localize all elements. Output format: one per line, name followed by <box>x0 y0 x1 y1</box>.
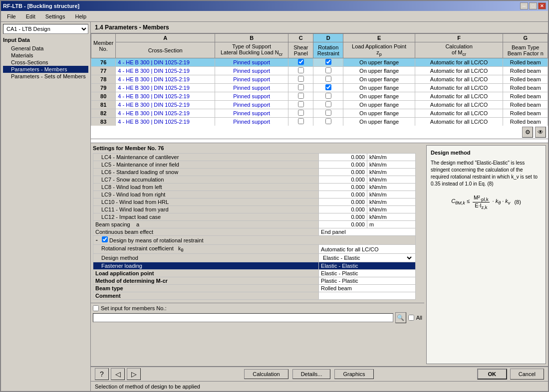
settings-lc-row: LC7 - Snow accumulation 0.000 kNm/m <box>93 176 416 184</box>
bottom-section: Settings for Member No. 76 LC4 - Mainten… <box>91 143 548 366</box>
sub-header-support: Type of SupportLateral Buckling Load Ncr <box>215 42 288 58</box>
design-method-text: The design method "Elastic-Elastic" is l… <box>431 160 542 188</box>
menu-settings[interactable]: Settings <box>41 12 69 20</box>
settings-scroll[interactable]: Settings for Member No. 76 LC4 - Mainten… <box>91 143 424 303</box>
sidebar-item-general-data[interactable]: General Data <box>3 45 88 52</box>
settings-lc-row: LC9 - Wind load from right 0.000 kNm/m <box>93 191 416 198</box>
sub-header-lap: Load Application Pointzp <box>343 42 415 58</box>
sidebar-item-parameters-sets[interactable]: Parameters - Sets of Members <box>3 73 88 80</box>
center-buttons: Calculation Details... Graphics <box>143 369 475 379</box>
table-icon-bar: ⚙ 👁 <box>91 126 548 139</box>
all-checkbox[interactable] <box>408 315 414 321</box>
col-d-header[interactable]: D <box>313 34 343 42</box>
footer-icon-3[interactable]: ▷ <box>127 368 141 380</box>
design-method-formula: CθM,k ≤ M²·pl,k E·Iz,k · kθ · kv (8) <box>431 194 542 210</box>
table-settings-icon[interactable]: ⚙ <box>522 127 533 138</box>
footer-icon-2[interactable]: ◁ <box>111 368 125 380</box>
col-f-header[interactable]: F <box>415 34 503 42</box>
table-row[interactable]: 82 4 - HE B 300 | DIN 1025-2:19 Pinned s… <box>91 109 548 118</box>
beam-type-row: Beam type Rolled beam <box>93 285 416 292</box>
method-mcr-row: Method of determining M-cr Plastic - Pla… <box>93 277 416 285</box>
design-method-select[interactable]: Elastic - Elastic Elastic - Plastic Plas… <box>321 254 413 261</box>
settings-lc-row: LC4 - Maintenance of cantilever 0.000 kN… <box>93 154 416 161</box>
table-view-icon[interactable]: 👁 <box>535 127 546 138</box>
graphics-button[interactable]: Graphics <box>334 369 373 379</box>
table-row[interactable]: 79 4 - HE B 300 | DIN 1025-2:19 Pinned s… <box>91 84 548 92</box>
design-method-panel: Design method The design method "Elastic… <box>426 145 546 364</box>
table-row[interactable]: 80 4 - HE B 300 | DIN 1025-2:19 Pinned s… <box>91 92 548 101</box>
col-member-no-header: MemberNo. <box>91 34 116 58</box>
col-c-header[interactable]: C <box>288 34 313 42</box>
table-row[interactable]: 76 4 - HE B 300 | DIN 1025-2:19 Pinned s… <box>91 58 548 67</box>
member-filter-icon[interactable]: 🔍 <box>395 312 406 323</box>
menu-edit[interactable]: Edit <box>22 12 39 20</box>
calculation-button[interactable]: Calculation <box>244 369 288 379</box>
set-input-label: Set input for members No.: <box>101 305 166 311</box>
col-b-header[interactable]: B <box>215 34 288 42</box>
table-row[interactable]: 83 4 - HE B 300 | DIN 1025-2:19 Pinned s… <box>91 118 548 126</box>
input-data-label: Input Data <box>3 37 88 43</box>
sidebar-item-parameters-members[interactable]: Parameters - Members <box>3 66 88 73</box>
sidebar: CA1 - LTB Design Input Data General Data… <box>1 22 91 391</box>
design-rot-row: ⁃ Design by means of rotational restrain… <box>93 236 416 245</box>
ok-button[interactable]: OK <box>477 369 507 380</box>
members-table: MemberNo. A B C D E F G Cross-Section <box>91 33 548 126</box>
design-method-title: Design method <box>431 150 542 156</box>
continuous-beam-row: Continuous beam effect End panel <box>93 228 416 236</box>
minimize-button[interactable]: ─ <box>520 2 528 9</box>
window-title: RF-LTB - [Buckling structure] <box>3 3 79 9</box>
sub-header-cs: Cross-Section <box>116 42 215 58</box>
menu-bar: File Edit Settings Help <box>1 11 548 22</box>
maximize-button[interactable]: □ <box>529 2 537 9</box>
sub-header-rot: RotationRestraint <box>313 42 343 58</box>
status-text: Selection of method of design to be appl… <box>95 384 200 390</box>
settings-lc-row: LC12 - Impact load case 0.000 kNm/m <box>93 213 416 221</box>
eq-number: (8) <box>514 199 521 205</box>
table-area: MemberNo. A B C D E F G Cross-Section <box>91 33 548 143</box>
details-button[interactable]: Details... <box>292 369 331 379</box>
design-combo[interactable]: CA1 - LTB Design <box>3 24 88 34</box>
beam-spacing-row: Beam spacing a 0.000 m <box>93 221 416 228</box>
settings-lc-row: LC11 - Wind load from yard 0.000 kNm/m <box>93 206 416 213</box>
fastener-loading-row[interactable]: Fastener loading Elastic - Elastic <box>93 262 416 270</box>
sidebar-item-cross-sections[interactable]: Cross-Sections <box>3 59 88 66</box>
design-rot-checkbox[interactable] <box>102 236 108 242</box>
status-bar: Selection of method of design to be appl… <box>91 381 548 391</box>
set-input-checkbox-row: Set input for members No.: <box>93 305 422 311</box>
footer: ? ◁ ▷ Calculation Details... Graphics OK… <box>91 366 548 381</box>
sub-header-calc: Calculationof Mcr <box>415 42 503 58</box>
col-g-header[interactable]: G <box>503 34 548 42</box>
menu-file[interactable]: File <box>3 12 20 20</box>
sub-header-shear: ShearPanel <box>288 42 313 58</box>
table-row[interactable]: 78 4 - HE B 300 | DIN 1025-2:19 Pinned s… <box>91 75 548 84</box>
sidebar-item-materials[interactable]: Materials <box>3 52 88 59</box>
cancel-button[interactable]: Cancel <box>510 369 544 380</box>
col-e-header[interactable]: E <box>343 34 415 42</box>
design-method-row: Design method Elastic - Elastic Elastic … <box>93 254 416 262</box>
col-a-header[interactable]: A <box>116 34 215 42</box>
sub-header-beam: Beam TypeBeam Factor n <box>503 42 548 58</box>
load-app-point-row: Load application point Elastic - Plastic <box>93 270 416 277</box>
content-area: 1.4 Parameters - Members MemberNo. A B C… <box>91 22 548 391</box>
main-area: CA1 - LTB Design Input Data General Data… <box>1 22 548 391</box>
settings-table: LC4 - Maintenance of cantilever 0.000 kN… <box>93 153 416 300</box>
settings-title: Settings for Member No. 76 <box>93 145 422 151</box>
settings-lc-row: LC8 - Wind load from left 0.000 kNm/m <box>93 184 416 191</box>
menu-help[interactable]: Help <box>71 12 90 20</box>
settings-lc-row: LC5 - Maintenance of inner field 0.000 k… <box>93 161 416 169</box>
member-number-input[interactable] <box>93 313 393 322</box>
section-title: 1.4 Parameters - Members <box>91 22 548 33</box>
close-button[interactable]: ✕ <box>538 2 546 9</box>
comment-row: Comment <box>93 292 416 300</box>
all-label: All <box>416 315 422 321</box>
settings-lc-row: LC6 - Standard loading of snow 0.000 kNm… <box>93 169 416 176</box>
rot-restraint-row: Rotational restraint coefficient kθ Auto… <box>93 245 416 254</box>
table-scroll[interactable]: MemberNo. A B C D E F G Cross-Section <box>91 33 548 126</box>
set-input-checkbox[interactable] <box>93 305 99 311</box>
title-bar: RF-LTB - [Buckling structure] ─ □ ✕ <box>1 1 548 11</box>
title-bar-buttons: ─ □ ✕ <box>520 2 546 9</box>
footer-icon-1[interactable]: ? <box>95 368 109 380</box>
settings-lc-row: LC10 - Wind load from HRL 0.000 kNm/m <box>93 198 416 206</box>
table-row[interactable]: 77 4 - HE B 300 | DIN 1025-2:19 Pinned s… <box>91 67 548 75</box>
table-row[interactable]: 81 4 - HE B 300 | DIN 1025-2:19 Pinned s… <box>91 101 548 109</box>
